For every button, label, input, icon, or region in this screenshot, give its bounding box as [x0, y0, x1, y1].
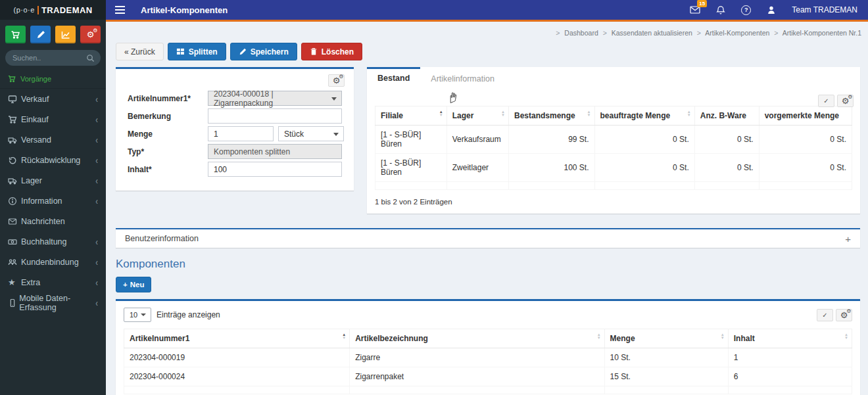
menge-field[interactable] [208, 126, 274, 141]
bestand-entries-info: 1 bis 2 von 2 Einträgen [375, 198, 852, 206]
field-label: Typ* [128, 147, 208, 156]
sort-icon: ▲▼ [844, 333, 848, 340]
quick-settings-button[interactable]: ⚙⚙ [80, 26, 101, 43]
expand-icon[interactable]: + [845, 233, 851, 244]
hamburger-menu-icon[interactable] [115, 6, 125, 14]
bemerkung-field[interactable] [208, 108, 342, 124]
users-icon [8, 258, 21, 267]
sidebar-item-information[interactable]: Information ‹ [0, 191, 106, 211]
sidebar-item-extra[interactable]: ★ Extra ‹ [0, 272, 106, 292]
chevron-left-icon: ‹ [95, 257, 98, 267]
tab-artikelinformation[interactable]: Artikelinformation [420, 67, 505, 89]
column-header-bestandsmenge[interactable]: Bestandsmenge▲▼ [509, 106, 595, 126]
check-icon: ✓ [822, 312, 827, 319]
plus-icon: + [123, 281, 128, 289]
logo: (p·o·e TRADEMAN [0, 0, 106, 20]
column-header-inhalt[interactable]: Inhalt▲▼ [728, 329, 852, 348]
confirm-button[interactable]: ✓ [817, 309, 833, 321]
sidebar-item-label: Buchhaltung [21, 237, 67, 246]
sidebar-item-versand[interactable]: Versand ‹ [0, 129, 106, 150]
main-content: > Dashboard > Kassendaten aktualisieren … [106, 24, 868, 395]
notifications-button[interactable] [716, 5, 725, 15]
logo-prefix: (p·o·e [14, 6, 35, 14]
grid-icon [176, 47, 185, 56]
form-row-inhalt: Inhalt* [128, 162, 342, 177]
cart-icon [11, 30, 20, 39]
table-settings-button[interactable]: ⚙⚙ [836, 309, 852, 321]
sort-asc-icon: ▲▼ [342, 333, 346, 340]
sidebar-item-label: Kundenbindung [21, 258, 79, 267]
tab-bestand[interactable]: Bestand [367, 67, 420, 89]
check-icon: ✓ [823, 97, 829, 105]
save-button[interactable]: Speichern [230, 43, 297, 60]
table-row[interactable]: 202304-000024Zigarrenpaket 15 St.6 [124, 367, 852, 386]
team-name-label[interactable]: Team TRADEMAN [792, 5, 857, 14]
chevron-left-icon: ‹ [95, 94, 98, 105]
back-button[interactable]: « Zurück [116, 43, 164, 60]
star-icon: ★ [8, 277, 21, 287]
mobile-icon [8, 298, 19, 308]
messages-button[interactable]: 15 [690, 5, 700, 14]
form-row-typ: Typ* [128, 144, 342, 159]
confirm-button[interactable]: ✓ [818, 95, 834, 107]
split-button[interactable]: Splitten [168, 43, 226, 60]
sidebar-item-verkauf[interactable]: Verkauf ‹ [0, 89, 106, 109]
sidebar-item-label: Nachrichten [21, 217, 65, 226]
table-row[interactable]: [1 - S-BÜR] BürenVerkaufsraum 99 St.0 St… [375, 126, 852, 154]
cogs-icon: ⚙⚙ [840, 311, 848, 319]
sidebar-item-label: Extra [21, 278, 40, 287]
breadcrumb-current: Artikel-Komponenten Nr.1 [783, 29, 861, 37]
chevron-left-icon: ‹ [95, 155, 98, 166]
table-settings-button[interactable]: ⚙⚙ [837, 95, 854, 107]
sidebar-item-einkauf[interactable]: Einkauf ‹ [0, 109, 106, 129]
chevron-left-icon: ‹ [95, 298, 98, 308]
breadcrumb-artikel-komponenten[interactable]: Artikel-Komponenten [705, 29, 769, 37]
sidebar-item-label: Lager [21, 176, 42, 185]
column-header-beauftragte-menge[interactable]: beauftragte Menge▲▼ [594, 106, 694, 126]
sidebar-section-label: Vorgänge [20, 75, 51, 83]
sidebar-item-rueckabwicklung[interactable]: Rückabwicklung ‹ [0, 150, 106, 170]
table-row[interactable]: 202304-000019Zigarre 10 St.1 [124, 348, 852, 367]
sidebar-item-lager[interactable]: Lager ‹ [0, 170, 106, 191]
quick-edit-button[interactable] [30, 26, 51, 43]
logo-name: TRADEMAN [41, 5, 93, 15]
sidebar-item-nachrichten[interactable]: Nachrichten [0, 211, 106, 231]
column-header-lager[interactable]: Lager▲▼ [446, 106, 508, 126]
sidebar-item-label: Mobile Daten-Erfassung [19, 294, 95, 312]
column-header-menge[interactable]: Menge▲▼ [604, 329, 728, 348]
sidebar-item-mobile-daten-erfassung[interactable]: Mobile Daten-Erfassung ‹ [0, 292, 106, 313]
sort-icon: ▲▼ [721, 333, 725, 340]
sidebar-item-buchhaltung[interactable]: Buchhaltung ‹ [0, 231, 106, 252]
form-settings-button[interactable]: ⚙⚙ [328, 74, 345, 87]
komponenten-heading: Komponenten [116, 258, 868, 271]
bestand-table-tools: ✓ ⚙⚙ [818, 95, 854, 107]
column-header-artikelnummer1[interactable]: Artikelnummer1▲▼ [124, 329, 350, 348]
column-header-filiale[interactable]: Filiale▲▼ [375, 106, 447, 126]
sidebar-nav: Verkauf ‹ Einkauf ‹ Versand ‹ Rückabwick… [0, 89, 106, 313]
truck-icon [8, 135, 21, 145]
delete-button[interactable]: Löschen [301, 43, 362, 60]
page-size-label: Einträge anzeigen [157, 310, 220, 319]
einheit-select[interactable]: Stück [278, 126, 344, 141]
breadcrumb-kassendaten[interactable]: Kassendaten aktualisieren [612, 29, 692, 37]
benutzerinformation-panel[interactable]: Benutzerinformation + [116, 228, 860, 248]
column-header-artikelbezeichnung[interactable]: Artikelbezeichnung▲▼ [350, 329, 604, 348]
page-title: Artikel-Komponenten [141, 5, 228, 15]
artikelnummer-select[interactable]: 202304-000018 | Zigarrenpackung [208, 91, 342, 106]
column-header-anz-b-ware: Anz. B-Ware [694, 106, 759, 126]
bestand-table: Filiale▲▼ Lager▲▼ Bestandsmenge▲▼ beauft… [375, 106, 852, 190]
column-header-vorgemerkte-menge: vorgemerkte Menge [759, 106, 852, 126]
quick-buttons: ⚙⚙ [0, 20, 106, 47]
quick-sale-button[interactable] [5, 26, 26, 43]
new-component-button[interactable]: + Neu [116, 277, 151, 292]
chevron-left-icon: ‹ [95, 196, 98, 206]
inhalt-field[interactable] [208, 162, 342, 177]
help-button[interactable]: ? [741, 5, 751, 15]
quick-stats-button[interactable] [55, 26, 76, 43]
table-row[interactable]: [1 - S-BÜR] BürenZweitlager 100 St.0 St.… [375, 154, 852, 182]
breadcrumb-dashboard[interactable]: Dashboard [564, 29, 598, 37]
sidebar-item-kundenbindung[interactable]: Kundenbindung ‹ [0, 252, 106, 272]
page-size-select[interactable]: 10 [124, 308, 151, 322]
user-menu-button[interactable] [767, 5, 776, 14]
sort-asc-icon: ▲▼ [439, 110, 443, 117]
